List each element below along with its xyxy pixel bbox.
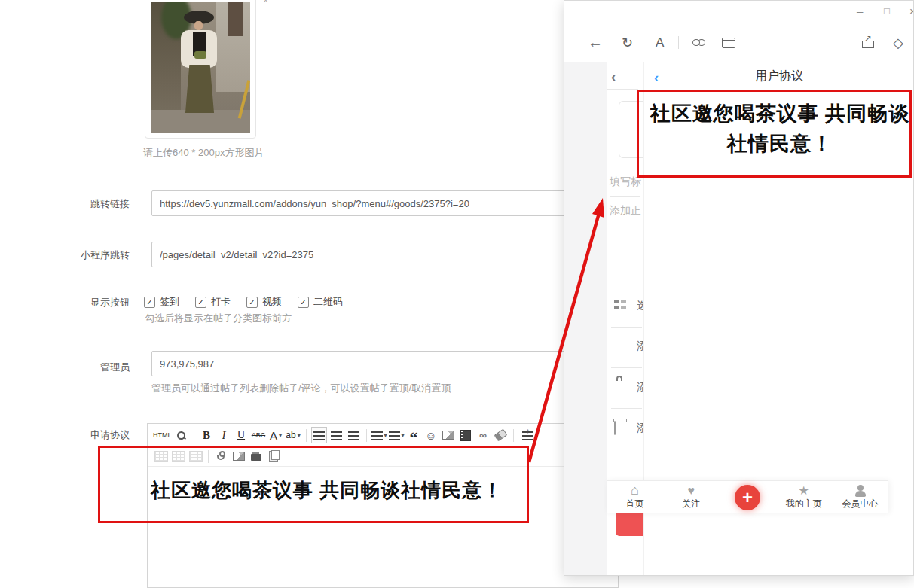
- font-size-icon[interactable]: A: [656, 35, 664, 50]
- toolbar-divider: [194, 429, 194, 442]
- agreement-text-line2: 社情民意！: [644, 129, 914, 159]
- align-center-button[interactable]: [329, 427, 344, 443]
- close-button[interactable]: ×: [909, 5, 914, 17]
- highlight-button[interactable]: ab▾: [286, 427, 301, 443]
- strip-divider: [610, 196, 640, 197]
- bottom-tabbar: ⌂ 首页 ♥ 关注 + ★ 我的主页 会员中心: [607, 480, 888, 513]
- window-toolbar: ← ↻ A ◇: [564, 23, 913, 62]
- title-placeholder[interactable]: 填写标: [610, 175, 641, 189]
- tab-label: 关注: [682, 498, 700, 510]
- underline-button[interactable]: U: [234, 427, 249, 443]
- bullet-list-button[interactable]: ▾: [389, 427, 405, 443]
- publish-page-strip: 填写标 添加正 选 添 添 添 ✓ 阅: [607, 62, 643, 543]
- agreement-label: 申请协议: [54, 428, 130, 442]
- maximize-button[interactable]: □: [884, 5, 890, 17]
- photo-ground: [151, 110, 250, 133]
- publish-back-chevron-icon[interactable]: ‹: [611, 69, 616, 85]
- html-source-button[interactable]: HTML: [153, 427, 172, 443]
- checkbox-checked-icon[interactable]: ✓: [298, 297, 309, 308]
- display-buttons-hint: 勾选后将显示在帖子分类图标前方: [145, 312, 292, 325]
- table-row-button[interactable]: [170, 448, 186, 465]
- browser-window-icon[interactable]: [722, 38, 735, 48]
- checkbox-item-qrcode[interactable]: ✓ 二维码: [298, 295, 343, 309]
- checkbox-item-punch[interactable]: ✓ 打卡: [195, 295, 231, 309]
- row-label: 添: [637, 340, 643, 353]
- indent-top-button[interactable]: ↑: [518, 427, 534, 443]
- blockquote-button[interactable]: “: [406, 424, 422, 446]
- table-col-button[interactable]: [188, 448, 203, 465]
- remove-format-button[interactable]: [493, 427, 509, 443]
- strip-divider: [611, 288, 642, 288]
- back-icon[interactable]: ←: [588, 34, 603, 51]
- refresh-icon[interactable]: ↻: [622, 35, 633, 51]
- strikethrough-button[interactable]: ABC: [251, 427, 267, 443]
- photo-structure: [228, 2, 243, 36]
- tab-member-center[interactable]: 会员中心: [832, 481, 888, 513]
- editor-toolbar-row1: HTML B I U ABC A▾ ab▾ ▾ ▾ “ ☺ ∞ ↑: [148, 424, 618, 446]
- align-right-icon: [348, 431, 359, 440]
- magnifier-icon: [176, 431, 186, 440]
- checkbox-checked-icon[interactable]: ✓: [195, 297, 206, 308]
- tab-label: 我的主页: [786, 498, 822, 510]
- window-titlebar[interactable]: – □ ×: [564, 1, 913, 23]
- anchor-button[interactable]: [213, 448, 229, 465]
- checkbox-checked-icon[interactable]: ✓: [144, 297, 155, 308]
- align-left-button[interactable]: [311, 427, 327, 443]
- insert-link-button[interactable]: ∞: [475, 427, 491, 443]
- admin-input[interactable]: [151, 351, 619, 376]
- row-label: 添: [637, 422, 643, 435]
- tab-home[interactable]: ⌂ 首页: [607, 481, 663, 513]
- checkbox-item-video[interactable]: ✓ 视频: [246, 295, 282, 309]
- clipboard-icon: [269, 451, 278, 462]
- required-mark: *: [264, 0, 267, 8]
- ordered-list-icon: [371, 431, 383, 440]
- insert-image-button[interactable]: [441, 427, 457, 443]
- paste-button[interactable]: [265, 448, 281, 465]
- checkbox-checked-icon[interactable]: ✓: [246, 297, 258, 308]
- tab-follow[interactable]: ♥ 关注: [663, 481, 720, 513]
- checkbox-item-signin[interactable]: ✓ 签到: [144, 295, 179, 309]
- film-icon: [460, 430, 471, 441]
- bullet-list-icon: [389, 431, 400, 440]
- up-arrow-icon: ↑: [526, 427, 530, 435]
- upload-image-card[interactable]: [145, 0, 256, 139]
- package-icon[interactable]: ◇: [893, 35, 903, 51]
- insert-frame-button[interactable]: [231, 448, 246, 465]
- dropdown-arrow-icon: ▾: [298, 432, 301, 439]
- print-button[interactable]: [248, 448, 264, 465]
- insert-table-button[interactable]: [153, 448, 169, 465]
- table-icon: [154, 451, 168, 462]
- toolbar-divider: [306, 429, 307, 442]
- insert-video-button[interactable]: [458, 427, 474, 443]
- italic-button[interactable]: I: [216, 427, 232, 443]
- miniprogram-jump-input[interactable]: [151, 242, 619, 267]
- jump-link-input[interactable]: [151, 190, 619, 216]
- editor-content-text[interactable]: 社区邀您喝茶议事 共同畅谈社情民意！: [148, 467, 618, 504]
- row-label: 添: [637, 381, 643, 395]
- strip-divider: [611, 449, 642, 449]
- storage-box-icon[interactable]: [614, 421, 616, 435]
- preview-button[interactable]: [173, 427, 189, 443]
- category-icon[interactable]: [614, 300, 626, 310]
- ordered-list-button[interactable]: ▾: [371, 427, 387, 443]
- checkbox-label: 打卡: [211, 295, 231, 309]
- share-icon[interactable]: [862, 41, 874, 48]
- minimize-button[interactable]: –: [857, 5, 863, 17]
- display-buttons-group: ✓ 签到 ✓ 打卡 ✓ 视频 ✓ 二维码: [144, 295, 353, 309]
- publish-upload-card[interactable]: [619, 101, 643, 158]
- emoji-button[interactable]: ☺: [423, 427, 439, 443]
- plus-icon[interactable]: +: [735, 485, 760, 510]
- toolbar-divider: [366, 429, 367, 442]
- checkbox-label: 签到: [160, 295, 179, 309]
- tab-publish[interactable]: +: [720, 481, 776, 513]
- link-icon[interactable]: [692, 39, 706, 46]
- align-center-icon: [331, 431, 342, 440]
- uploaded-photo-preview: [151, 2, 250, 133]
- tab-my-homepage[interactable]: ★ 我的主页: [775, 481, 832, 513]
- align-right-button[interactable]: [346, 427, 362, 443]
- toolbar-divider: [678, 36, 679, 49]
- bold-button[interactable]: B: [199, 427, 215, 443]
- viewport-gutter: [564, 62, 607, 576]
- body-placeholder[interactable]: 添加正: [610, 204, 641, 218]
- font-color-button[interactable]: A▾: [268, 427, 284, 443]
